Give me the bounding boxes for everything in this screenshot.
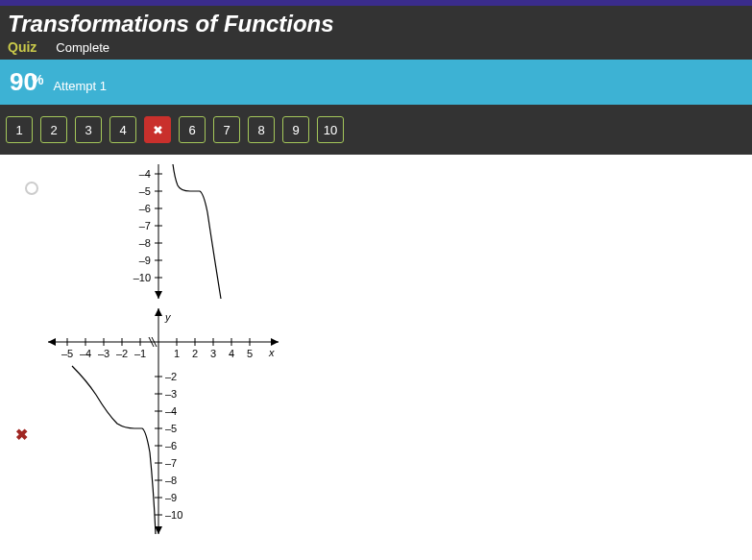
- score-percent: %: [32, 72, 43, 87]
- question-btn-9[interactable]: 9: [282, 116, 309, 143]
- x-tick-3: 3: [210, 348, 216, 359]
- x-tick-4: 4: [229, 348, 234, 359]
- score-bar: 90% Attempt 1: [0, 60, 752, 105]
- curve-2: [72, 366, 156, 534]
- y-tick-5: –5: [139, 185, 151, 197]
- x-label: x: [268, 347, 275, 358]
- question-btn-8[interactable]: 8: [248, 116, 275, 143]
- graph-2-svg: y x –5 –4 –3 –2 –1 1 2: [38, 304, 288, 544]
- x-tick-n1: –1: [134, 348, 146, 359]
- x-axis-arrow-left: [48, 338, 56, 346]
- y-tick-6: –6: [139, 203, 151, 214]
- question-btn-1[interactable]: 1: [6, 116, 33, 143]
- x-tick-n2: –2: [116, 348, 128, 359]
- score-wrapper: 90%: [10, 67, 43, 97]
- subtitle-row: Quiz Complete: [8, 39, 744, 55]
- answer-radio-1[interactable]: [25, 182, 38, 195]
- y2-tick-10: –10: [165, 509, 182, 521]
- question-btn-10[interactable]: 10: [317, 116, 344, 143]
- curve-1: [173, 164, 221, 299]
- y2-tick-7: –7: [165, 457, 177, 469]
- wrong-mark-icon: ✖: [15, 426, 28, 444]
- x-axis-arrow-right: [271, 338, 279, 346]
- x-tick-n4: –4: [80, 348, 91, 359]
- question-nav: 1 2 3 4 ✖ 6 7 8 9 10: [0, 105, 752, 155]
- page-title: Transformations of Functions: [8, 11, 744, 37]
- answer-left-col: ✖: [0, 164, 38, 544]
- y2-tick-4: –4: [165, 405, 177, 417]
- graph-option-1[interactable]: –4 –5 –6 –7 –8 –9 –10: [38, 164, 288, 304]
- y-tick-8: –8: [139, 237, 151, 249]
- complete-label: Complete: [56, 40, 109, 55]
- y-label: y: [164, 311, 172, 323]
- y-tick-9: –9: [139, 255, 151, 266]
- attempt-label: Attempt 1: [53, 79, 107, 93]
- question-btn-7[interactable]: 7: [213, 116, 240, 143]
- graph-option-2[interactable]: y x –5 –4 –3 –2 –1 1 2: [38, 304, 288, 544]
- y2-tick-5: –5: [165, 423, 177, 434]
- graph-1-svg: –4 –5 –6 –7 –8 –9 –10: [38, 164, 288, 304]
- x-tick-1: 1: [174, 348, 180, 359]
- question-btn-5-wrong[interactable]: ✖: [144, 116, 171, 143]
- y-axis-arrow: [155, 291, 162, 299]
- y-axis-arrow-up: [155, 308, 162, 316]
- title-bar: Transformations of Functions Quiz Comple…: [0, 6, 752, 60]
- y-tick-10: –10: [133, 272, 151, 283]
- question-btn-2[interactable]: 2: [40, 116, 67, 143]
- content-area: ✖ –4 –5 –6 –7 –8 –9 –: [0, 155, 752, 553]
- quiz-label: Quiz: [8, 39, 36, 55]
- y2-tick-6: –6: [165, 440, 177, 451]
- x-tick-n3: –3: [98, 348, 109, 359]
- x-tick-n5: –5: [61, 348, 73, 359]
- question-btn-3[interactable]: 3: [75, 116, 102, 143]
- y2-tick-8: –8: [165, 475, 177, 486]
- y2-tick-2: –2: [165, 371, 177, 382]
- y2-tick-9: –9: [165, 492, 177, 503]
- y-tick-4: –4: [139, 168, 151, 180]
- question-btn-6[interactable]: 6: [179, 116, 206, 143]
- graphs-column: –4 –5 –6 –7 –8 –9 –10: [38, 164, 288, 544]
- x-tick-5: 5: [247, 348, 253, 359]
- question-btn-4[interactable]: 4: [109, 116, 136, 143]
- y-tick-7: –7: [139, 220, 151, 231]
- x-tick-2: 2: [192, 348, 198, 359]
- y2-tick-3: –3: [165, 388, 177, 400]
